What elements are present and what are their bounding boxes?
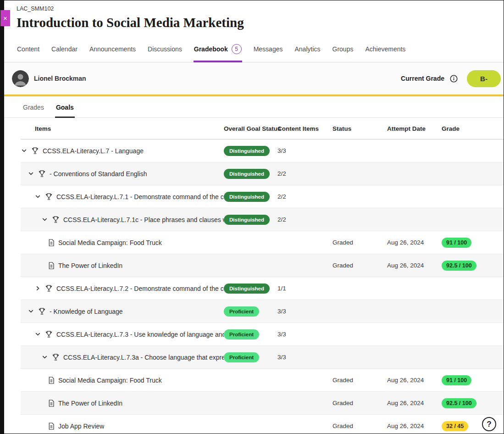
- chevron-down-icon[interactable]: [41, 216, 48, 223]
- item-label: Job App Review: [58, 423, 104, 430]
- gradebook-count-badge: 5: [232, 44, 242, 54]
- attempt-date-cell: Aug 26, 2024: [387, 239, 442, 246]
- trophy-icon: [52, 216, 60, 223]
- close-icon: ×: [3, 14, 7, 22]
- content-items-cell: 3/3: [277, 331, 332, 338]
- status-cell: Graded: [332, 423, 387, 429]
- trophy-icon: [45, 193, 53, 200]
- subtab-goals[interactable]: Goals: [55, 96, 75, 118]
- content-items-count: 3/3: [277, 147, 286, 154]
- goal-row: CCSS.ELA-Literacy.L.7.1c - Place phrases…: [21, 208, 504, 231]
- trophy-icon: [45, 284, 53, 292]
- content-items-cell: 2/2: [277, 170, 332, 177]
- student-band: Lionel Brockman Current Grade B-: [4, 62, 504, 96]
- help-button[interactable]: ?: [482, 417, 496, 431]
- goal-items-cell: CCSS.ELA-Literacy.L.7.3 - Use knowledge …: [21, 330, 224, 338]
- content-items-cell: 2/2: [277, 193, 332, 200]
- attempt-date-value: Aug 26, 2024: [387, 377, 424, 384]
- item-row: Social Media Campaign: Food TruckGradedA…: [21, 231, 504, 254]
- goal-label: CCSS.ELA-Literacy.L.7.3 - Use knowledge …: [56, 331, 224, 338]
- question-mark-icon: ?: [487, 420, 491, 429]
- document-icon: [48, 377, 55, 384]
- nav-tab-analytics[interactable]: Analytics: [294, 40, 321, 62]
- item-label: The Power of LinkedIn: [58, 262, 122, 269]
- item-row: The Power of LinkedInGradedAug 26, 20249…: [21, 254, 504, 277]
- goal-items-cell: CCSS.ELA-Literacy.L.7 - Language: [21, 147, 224, 155]
- nav-tab-label: Analytics: [294, 45, 320, 53]
- nav-tab-label: Messages: [254, 45, 283, 53]
- chevron-down-icon[interactable]: [28, 170, 34, 177]
- column-header-content-items: Content Items: [277, 125, 332, 132]
- subtab-grades[interactable]: Grades: [22, 96, 45, 118]
- goal-status-badge: Proficient: [224, 329, 259, 339]
- item-label: The Power of LinkedIn: [58, 400, 122, 407]
- goal-row: CCSS.ELA-Literacy.L.7.3a - Choose langua…: [21, 346, 504, 369]
- grade-cell: 91 / 100: [442, 375, 504, 385]
- column-header-attempt-date: Attempt Date: [387, 125, 442, 132]
- item-items-cell: Social Media Campaign: Food Truck: [21, 377, 224, 384]
- status-value: Graded: [332, 400, 353, 406]
- goal-items-cell: CCSS.ELA-Literacy.L.7.3a - Choose langua…: [21, 353, 224, 361]
- content-items-count: 1/1: [277, 285, 286, 292]
- nav-tab-announcements[interactable]: Announcements: [89, 40, 136, 62]
- goal-row: - Conventions of Standard EnglishDisting…: [21, 162, 504, 185]
- main-area: LAC_SMM102 Introduction to Social Media …: [4, 0, 504, 434]
- chevron-right-icon[interactable]: [34, 285, 41, 292]
- goal-items-cell: - Conventions of Standard English: [21, 170, 224, 178]
- goal-status-badge: Distinguished: [224, 215, 270, 225]
- grade-value-pill[interactable]: 32 / 45: [442, 421, 468, 431]
- panel-close-tab[interactable]: ×: [0, 10, 10, 26]
- attempt-date-value: Aug 26, 2024: [387, 262, 424, 269]
- grade-value-pill[interactable]: 91 / 100: [442, 238, 471, 248]
- attempt-date-value: Aug 26, 2024: [387, 400, 424, 406]
- content-items-count: 3/3: [277, 354, 286, 361]
- goal-row: CCSS.ELA-Literacy.L.7 - LanguageDistingu…: [21, 139, 504, 162]
- current-grade-label: Current Grade: [401, 75, 444, 82]
- grade-value-pill[interactable]: 92.5 / 100: [442, 398, 476, 408]
- goal-status-badge: Proficient: [224, 306, 259, 317]
- content-items-count: 3/3: [277, 331, 286, 338]
- attempt-date-cell: Aug 26, 2024: [387, 377, 442, 384]
- goal-row: CCSS.ELA-Literacy.L.7.1 - Demonstrate co…: [21, 185, 504, 208]
- status-cell: Graded: [332, 239, 387, 246]
- attempt-date-cell: Aug 26, 2024: [387, 262, 442, 269]
- goal-items-cell: CCSS.ELA-Literacy.L.7.2 - Demonstrate co…: [21, 284, 224, 292]
- chevron-down-icon[interactable]: [41, 354, 48, 361]
- trophy-icon: [45, 330, 53, 338]
- chevron-down-icon[interactable]: [34, 193, 41, 200]
- nav-tab-achievements[interactable]: Achievements: [365, 40, 406, 62]
- nav-tab-groups[interactable]: Groups: [332, 40, 354, 62]
- document-icon: [48, 262, 55, 269]
- nav-tab-messages[interactable]: Messages: [253, 40, 283, 62]
- goal-status-badge: Distinguished: [224, 169, 270, 179]
- grade-value-pill[interactable]: 92.5 / 100: [442, 261, 476, 271]
- item-label: Social Media Campaign: Food Truck: [58, 239, 162, 246]
- student-name: Lionel Brockman: [34, 75, 86, 82]
- info-icon[interactable]: [450, 75, 458, 83]
- nav-tab-label: Groups: [332, 45, 354, 53]
- grade-cell: 92.5 / 100: [442, 261, 504, 271]
- attempt-date-value: Aug 26, 2024: [387, 423, 424, 429]
- nav-tab-calendar[interactable]: Calendar: [51, 40, 78, 62]
- chevron-down-icon[interactable]: [21, 147, 28, 154]
- goal-status-cell: Proficient: [224, 329, 277, 339]
- content-items-count: 2/2: [277, 193, 286, 200]
- nav-tab-label: Calendar: [51, 45, 78, 53]
- grade-cell: 92.5 / 100: [442, 398, 504, 408]
- nav-tab-label: Achievements: [365, 45, 405, 53]
- current-grade-pill[interactable]: B-: [467, 70, 501, 87]
- goal-status-cell: Distinguished: [224, 146, 277, 156]
- trophy-icon: [31, 147, 39, 155]
- chevron-down-icon[interactable]: [34, 331, 41, 338]
- goal-status-cell: Distinguished: [224, 284, 277, 294]
- item-items-cell: The Power of LinkedIn: [21, 400, 224, 407]
- item-items-cell: Social Media Campaign: Food Truck: [21, 239, 224, 246]
- chevron-down-icon[interactable]: [28, 308, 34, 315]
- nav-tab-gradebook[interactable]: Gradebook5: [194, 40, 242, 62]
- nav-tab-discussions[interactable]: Discussions: [147, 40, 183, 62]
- grade-value-pill[interactable]: 91 / 100: [442, 375, 471, 385]
- nav-tab-content[interactable]: Content: [17, 40, 40, 62]
- column-header-status: Status: [332, 125, 387, 132]
- goal-status-cell: Distinguished: [224, 169, 277, 179]
- goal-status-badge: Proficient: [224, 352, 259, 362]
